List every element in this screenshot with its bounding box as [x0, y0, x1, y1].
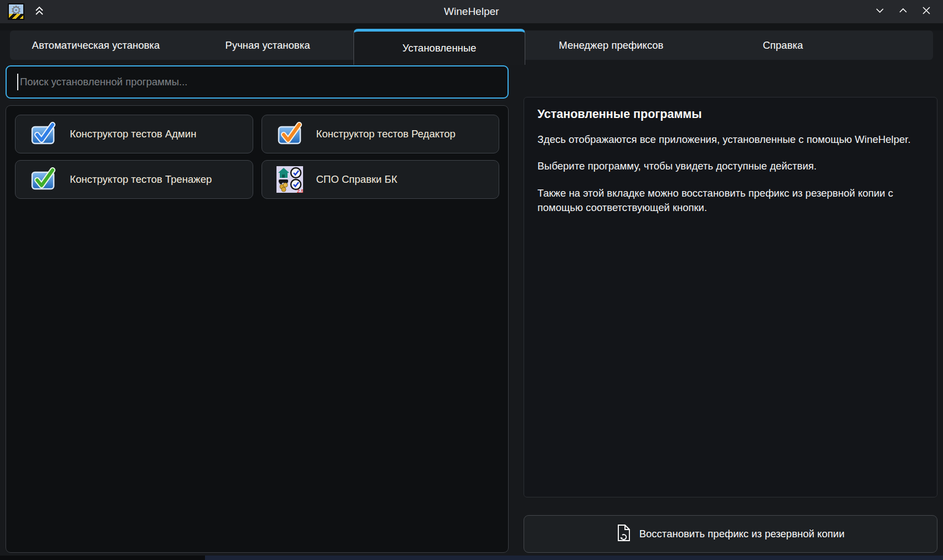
- program-button-konstruktor-redaktor[interactable]: Конструктор тестов Редактор: [262, 115, 500, 153]
- program-button-konstruktor-trenazher[interactable]: Конструктор тестов Тренажер: [15, 160, 253, 199]
- tab-help[interactable]: Справка: [697, 30, 869, 60]
- winehelper-window: ⚙ WineHelper: [0, 0, 943, 560]
- restore-button-label: Восстановить префикс из резервной копии: [639, 528, 845, 540]
- checkbox-blue-check-icon: [30, 121, 57, 147]
- bottom-strip-navy: [205, 556, 943, 560]
- program-label: Конструктор тестов Редактор: [316, 128, 456, 140]
- tabbar: Автоматическая установка Ручная установк…: [10, 30, 933, 60]
- info-panel-title: Установленные программы: [537, 107, 924, 121]
- tab-prefix-manager[interactable]: Менеджер префиксов: [525, 30, 697, 60]
- titlebar: ⚙ WineHelper: [0, 0, 943, 23]
- program-label: СПО Справки БК: [316, 173, 397, 186]
- close-x-icon: [920, 4, 933, 19]
- text-caret: [17, 74, 18, 90]
- tab-manual-install[interactable]: Ручная установка: [182, 30, 353, 60]
- minimize-button[interactable]: [873, 5, 886, 18]
- maximize-button[interactable]: [896, 5, 910, 18]
- checkbox-green-check-icon: [30, 166, 57, 193]
- tab-installed[interactable]: Установленные: [353, 29, 525, 65]
- hazard-stripes: [9, 14, 23, 19]
- document-restore-icon: [617, 524, 631, 544]
- info-panel: Установленные программы Здесь отображают…: [524, 97, 937, 497]
- installed-programs-panel: Конструктор тестов Админ Конструктор тес…: [6, 105, 509, 553]
- chevron-up-icon: [896, 4, 910, 19]
- search-wrap: [6, 65, 509, 99]
- info-paragraph: Выберите программу, чтобы увидеть доступ…: [537, 159, 924, 173]
- app-icon: ⚙: [8, 3, 24, 20]
- tab-auto-install[interactable]: Автоматическая установка: [10, 30, 182, 60]
- search-input[interactable]: [6, 65, 509, 99]
- window-title: WineHelper: [0, 6, 943, 18]
- spo-spravki-bk-icon: 2.5: [276, 166, 303, 193]
- program-label: Конструктор тестов Тренажер: [70, 173, 212, 186]
- chevron-down-icon: [873, 4, 886, 19]
- window-controls: [873, 5, 935, 18]
- program-button-konstruktor-admin[interactable]: Конструктор тестов Админ: [15, 115, 253, 153]
- keep-above-button[interactable]: [33, 4, 45, 19]
- checkbox-orange-check-icon: [276, 121, 303, 147]
- close-button[interactable]: [920, 5, 933, 18]
- program-button-spo-spravki-bk[interactable]: 2.5 СПО Справки БК: [262, 160, 500, 199]
- info-paragraph: Здесь отображаются все приложения, устан…: [537, 132, 924, 147]
- info-paragraph: Также на этой вкладке можно восстановить…: [537, 186, 924, 215]
- restore-prefix-button[interactable]: Восстановить префикс из резервной копии: [524, 515, 937, 553]
- bottom-strip-dark: [0, 556, 205, 560]
- double-chevron-up-icon: [33, 4, 45, 19]
- program-label: Конструктор тестов Админ: [70, 128, 196, 140]
- svg-text:2.5: 2.5: [297, 188, 303, 193]
